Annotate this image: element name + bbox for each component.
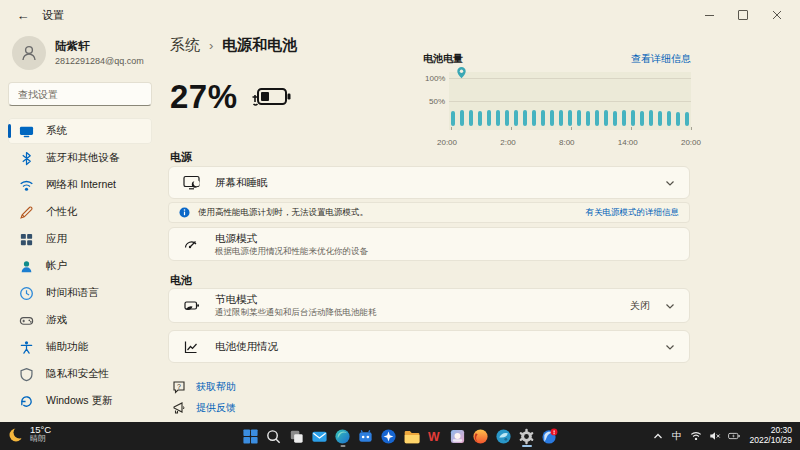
sidebar-item-label: 游戏	[46, 313, 67, 327]
charging-marker-icon	[457, 67, 466, 79]
weather-widget[interactable]: 15°C 晴朗	[8, 425, 51, 444]
sidebar-item-network[interactable]: 网络和 Internet	[8, 172, 152, 198]
taskbar-edge-icon[interactable]	[332, 424, 353, 448]
chart-bar	[631, 110, 635, 126]
power-section-label: 电源	[170, 150, 192, 165]
sidebar-item-system[interactable]: 系统	[8, 118, 152, 144]
get-help-link[interactable]: ? 获取帮助	[172, 380, 236, 394]
info-icon	[179, 207, 190, 218]
chart-bar	[658, 111, 662, 126]
taskbar-paint-app-icon[interactable]	[493, 424, 514, 448]
taskbar-mail-icon[interactable]	[309, 424, 330, 448]
page-title: 电源和电池	[222, 36, 297, 55]
clock-date: 2022/10/29	[749, 436, 792, 446]
feedback-link[interactable]: 提供反馈	[172, 401, 236, 415]
chart-bar	[685, 112, 689, 126]
back-button[interactable]: ←	[12, 5, 34, 25]
taskbar-browser-alert-icon[interactable]	[539, 424, 560, 448]
taskbar-wps-icon[interactable]: W	[424, 424, 445, 448]
close-icon	[772, 10, 782, 20]
battery-charging-icon[interactable]	[725, 425, 742, 447]
svg-text:W: W	[428, 429, 440, 443]
user-name: 陆紫轩	[55, 40, 144, 54]
sidebar-item-accounts[interactable]: 帐户	[8, 253, 152, 279]
taskbar-task-view-icon[interactable]	[286, 424, 307, 448]
battery-saver-subtitle: 通过限制某些通知和后台活动降低电池能耗	[215, 307, 630, 318]
sidebar-item-label: 时间和语言	[46, 286, 99, 300]
sidebar-item-label: 应用	[46, 232, 67, 246]
power-mode-title: 电源模式	[215, 232, 676, 245]
breadcrumb: 系统 › 电源和电池	[170, 36, 297, 55]
taskbar-clock[interactable]: 20:30 2022/10/29	[749, 426, 792, 446]
titlebar: ← 设置	[0, 0, 800, 30]
battery-saver-row[interactable]: 节电模式 通过限制某些通知和后台活动降低电池能耗 关闭	[168, 288, 690, 323]
selected-indicator	[8, 124, 11, 138]
chevron-up-icon[interactable]	[649, 425, 666, 447]
search-box[interactable]	[8, 82, 152, 106]
chart-bar	[622, 110, 626, 126]
volume-muted-icon[interactable]	[706, 425, 723, 447]
search-input[interactable]	[16, 88, 152, 101]
windows-update-icon	[18, 393, 34, 409]
banner-link[interactable]: 有关电源模式的详细信息	[586, 207, 680, 219]
chart-bar	[667, 111, 671, 126]
taskbar-settings-icon[interactable]	[516, 424, 537, 448]
breadcrumb-root[interactable]: 系统	[170, 36, 200, 55]
screen-sleep-row[interactable]: 屏幕和睡眠	[168, 166, 690, 199]
sidebar-item-gaming[interactable]: 游戏	[8, 307, 152, 333]
taskbar-start-icon[interactable]	[240, 424, 261, 448]
sidebar-item-label: 帐户	[46, 259, 67, 273]
power-mode-row[interactable]: 电源模式 根据电源使用情况和性能来优化你的设备	[168, 227, 690, 261]
battery-summary: 27%	[170, 78, 292, 116]
screen-sleep-icon	[182, 174, 200, 192]
megaphone-icon	[172, 401, 186, 415]
close-button[interactable]	[760, 2, 794, 28]
x-tick-label: 20:00	[437, 138, 457, 147]
chart-bar	[676, 112, 680, 126]
taskbar-search-icon[interactable]	[263, 424, 284, 448]
sidebar-item-personalization[interactable]: 个性化	[8, 199, 152, 225]
system-icon	[18, 123, 34, 139]
battery-usage-row[interactable]: 电池使用情况	[168, 330, 690, 363]
sidebar-item-apps[interactable]: 应用	[8, 226, 152, 252]
maximize-button[interactable]	[726, 2, 760, 28]
view-details-link[interactable]: 查看详细信息	[631, 52, 691, 66]
chart-bar	[532, 110, 536, 126]
chart-bar	[514, 110, 518, 126]
time-language-icon	[18, 285, 34, 301]
ime-indicator[interactable]: 中	[668, 429, 685, 443]
power-mode-icon	[182, 235, 200, 253]
taskbar-firefox-icon[interactable]	[470, 424, 491, 448]
sidebar-item-bluetooth[interactable]: 蓝牙和其他设备	[8, 145, 152, 171]
battery-usage-icon	[182, 338, 200, 356]
sidebar-item-time-language[interactable]: 时间和语言	[8, 280, 152, 306]
wifi-icon[interactable]	[687, 425, 704, 447]
chart-bar	[505, 110, 509, 126]
user-profile[interactable]: 陆紫轩 2812291284@qq.com	[12, 36, 152, 70]
sidebar-item-label: 辅助功能	[46, 340, 88, 354]
privacy-icon	[18, 366, 34, 382]
sidebar-item-label: 系统	[46, 124, 67, 138]
taskbar-robot-app-icon[interactable]	[355, 424, 376, 448]
battery-percent: 27%	[170, 78, 238, 116]
svg-text:?: ?	[177, 383, 181, 390]
chart-plot	[449, 72, 691, 130]
taskbar-game-app-icon[interactable]	[447, 424, 468, 448]
chart-bar	[649, 110, 653, 126]
taskbar-star-app-icon[interactable]	[378, 424, 399, 448]
sidebar-item-label: 个性化	[46, 205, 78, 219]
sidebar-item-accessibility[interactable]: 辅助功能	[8, 334, 152, 360]
taskbar-file-explorer-icon[interactable]	[401, 424, 422, 448]
help-icon: ?	[172, 380, 186, 394]
feedback-label: 提供反馈	[196, 401, 236, 415]
back-arrow-icon: ←	[17, 8, 30, 23]
get-help-label: 获取帮助	[196, 380, 236, 394]
power-mode-subtitle: 根据电源使用情况和性能来优化你的设备	[215, 246, 676, 257]
chart-bar	[469, 110, 473, 126]
minimize-button[interactable]	[692, 2, 726, 28]
chart-bar	[640, 111, 644, 126]
battery-charging-icon	[250, 85, 292, 109]
sidebar-item-windows-update[interactable]: Windows 更新	[8, 388, 152, 414]
sidebar-item-privacy[interactable]: 隐私和安全性	[8, 361, 152, 387]
chart-bar	[478, 111, 482, 126]
